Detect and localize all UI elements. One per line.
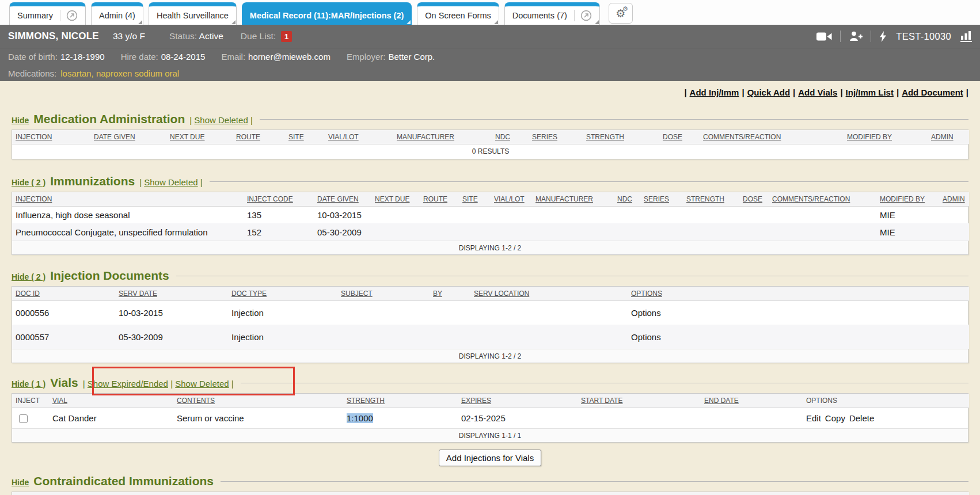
- column-header[interactable]: MODIFIED BY: [876, 192, 939, 206]
- column-header[interactable]: ADMIN: [891, 492, 969, 495]
- tab-medical-record[interactable]: Medical Record (11):MAR/Injections (2): [242, 2, 412, 25]
- column-header[interactable]: ADMIN: [928, 130, 969, 144]
- video-camera-icon[interactable]: [816, 32, 832, 41]
- column-header[interactable]: INJECTION: [12, 130, 90, 144]
- hide-link[interactable]: Hide ( 2 ): [12, 178, 45, 187]
- medications-value[interactable]: losartan, naproxen sodium oral: [60, 68, 179, 78]
- column-header[interactable]: OPTIONS: [628, 287, 969, 300]
- column-header[interactable]: INJECTION: [12, 492, 133, 495]
- column-header[interactable]: CONTRAINDICATION: [299, 492, 510, 495]
- empty-results-row: 0 RESULTS: [12, 144, 969, 159]
- vials-table: INJECT VIAL CONTENTS STRENGTH EXPIRES ST…: [12, 394, 969, 428]
- column-header[interactable]: SERIES: [640, 192, 683, 206]
- quick-add-link[interactable]: Quick Add: [747, 87, 790, 97]
- column-header[interactable]: NDC: [614, 192, 640, 206]
- column-header[interactable]: INJECT CODE: [244, 192, 314, 206]
- column-header[interactable]: END DATE: [701, 394, 803, 408]
- column-header[interactable]: NDC: [492, 130, 529, 144]
- column-header[interactable]: STRENGTH: [683, 192, 739, 206]
- table-header-row: INJECTION DATE GIVEN NEXT DUE ROUTE SITE…: [12, 130, 969, 144]
- add-vials-link[interactable]: Add Vials: [798, 87, 837, 97]
- show-deleted-link[interactable]: Show Deleted: [175, 379, 229, 389]
- hide-link[interactable]: Hide: [12, 478, 29, 487]
- column-header[interactable]: SITE: [459, 192, 491, 206]
- column-header[interactable]: BY: [430, 287, 470, 300]
- inj-imm-list-link[interactable]: Inj/Imm List: [846, 87, 894, 97]
- column-header[interactable]: INJECTION: [12, 192, 244, 206]
- column-header[interactable]: EXPIRES: [458, 394, 578, 408]
- column-header[interactable]: STRENGTH: [343, 394, 458, 408]
- hide-link[interactable]: Hide: [12, 116, 29, 125]
- column-header[interactable]: MODIFIED BY: [844, 130, 928, 144]
- settings-button[interactable]: ⚙ ⚙: [609, 3, 633, 24]
- edit-link[interactable]: Edit: [806, 413, 821, 423]
- tab-menu-fold-icon[interactable]: [231, 20, 235, 24]
- show-deleted-link[interactable]: Show Deleted: [144, 177, 197, 187]
- column-header[interactable]: VIAL: [49, 394, 173, 408]
- hide-link[interactable]: Hide ( 1 ): [12, 379, 45, 389]
- tab-documents[interactable]: Documents (7): [504, 2, 600, 25]
- column-header[interactable]: DOSE: [739, 192, 769, 206]
- tab-admin[interactable]: Admin (4): [91, 2, 143, 25]
- serv-date-cell: 10-03-2015: [115, 300, 228, 325]
- column-header[interactable]: DOC TYPE: [228, 287, 337, 300]
- show-deleted-link[interactable]: Show Deleted: [194, 115, 248, 125]
- table-header-row: INJECTION DATE ENTERED CONTRAINDICATION …: [12, 492, 969, 495]
- tab-menu-fold-icon[interactable]: [494, 20, 498, 24]
- column-header[interactable]: DOC ID: [12, 287, 115, 300]
- column-header[interactable]: MANUFACTURER: [532, 192, 614, 206]
- column-header[interactable]: COMMENTS/REACTION: [700, 130, 844, 144]
- column-header[interactable]: CONTENTS: [173, 394, 343, 408]
- column-header[interactable]: ADMIN: [939, 192, 969, 206]
- options-menu[interactable]: Options: [628, 300, 969, 325]
- open-record-icon[interactable]: [66, 10, 78, 21]
- tab-on-screen-forms[interactable]: On Screen Forms: [417, 2, 499, 25]
- due-list-count-badge[interactable]: 1: [281, 31, 292, 42]
- column-header[interactable]: ROUTE: [233, 130, 285, 144]
- delete-link[interactable]: Delete: [849, 413, 874, 423]
- column-header[interactable]: SERV LOCATION: [470, 287, 628, 300]
- column-header[interactable]: MODIFIED BY: [746, 492, 891, 495]
- column-header[interactable]: VIAL/LOT: [491, 192, 532, 206]
- column-header[interactable]: SUBJECT: [337, 287, 430, 300]
- hide-link[interactable]: Hide ( 2 ): [12, 272, 45, 281]
- add-person-icon[interactable]: [849, 31, 863, 41]
- options-menu[interactable]: Options: [628, 325, 969, 349]
- column-header[interactable]: SERIES: [529, 130, 583, 144]
- column-header[interactable]: NEXT DUE: [371, 192, 420, 206]
- column-header[interactable]: COMMENTS/REACTION: [769, 192, 876, 206]
- copy-link[interactable]: Copy: [825, 413, 845, 423]
- column-header[interactable]: VIAL/LOT: [325, 130, 393, 144]
- tab-menu-fold-icon[interactable]: [595, 20, 599, 24]
- column-header[interactable]: STRENGTH: [583, 130, 659, 144]
- tab-menu-fold-icon[interactable]: [138, 20, 142, 24]
- doc-id-cell[interactable]: 0000556: [12, 300, 115, 325]
- column-header[interactable]: DOSE: [659, 130, 700, 144]
- show-expired-ended-link[interactable]: Show Expired/Ended: [88, 379, 168, 389]
- separator: |: [139, 177, 142, 187]
- column-header[interactable]: DATE GIVEN: [90, 130, 166, 144]
- lightning-icon[interactable]: [879, 31, 887, 42]
- add-injections-for-vials-button[interactable]: Add Injections for Vials: [439, 450, 541, 466]
- column-header[interactable]: ROUTE: [420, 192, 459, 206]
- column-header[interactable]: COMMENTS/REACTION: [510, 492, 746, 495]
- vial-select-checkbox[interactable]: [19, 414, 28, 423]
- column-header[interactable]: NEXT DUE: [166, 130, 233, 144]
- column-header[interactable]: DATE GIVEN: [314, 192, 371, 206]
- column-header[interactable]: SITE: [285, 130, 325, 144]
- column-header[interactable]: DATE ENTERED: [133, 492, 299, 495]
- column-header[interactable]: MANUFACTURER: [393, 130, 492, 144]
- open-record-icon[interactable]: [580, 10, 592, 21]
- add-document-link[interactable]: Add Document: [902, 87, 963, 97]
- patient-banner: SIMMONS, NICOLE 33 y/o F Status: Active …: [0, 25, 980, 81]
- column-header[interactable]: START DATE: [578, 394, 701, 408]
- tab-menu-fold-icon[interactable]: [407, 20, 411, 24]
- bar-chart-icon[interactable]: [960, 31, 972, 42]
- add-inj-imm-link[interactable]: Add Inj/Imm: [690, 87, 739, 97]
- tab-health-surveillance[interactable]: Health Surveillance: [149, 2, 237, 25]
- column-header: INJECT: [12, 394, 49, 408]
- quick-links-bar: |Add Inj/Imm|Quick Add|Add Vials|Inj/Imm…: [0, 87, 970, 97]
- column-header[interactable]: SERV DATE: [115, 287, 228, 300]
- doc-id-cell[interactable]: 0000557: [12, 325, 115, 349]
- tab-summary[interactable]: Summary: [9, 2, 86, 25]
